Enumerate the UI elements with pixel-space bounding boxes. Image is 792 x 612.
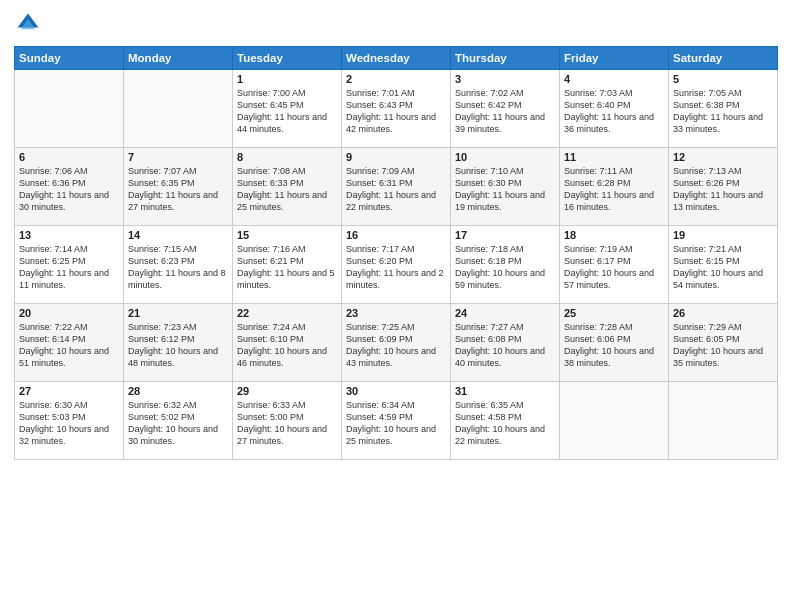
calendar-cell: 3Sunrise: 7:02 AM Sunset: 6:42 PM Daylig… (451, 70, 560, 148)
calendar-cell: 25Sunrise: 7:28 AM Sunset: 6:06 PM Dayli… (560, 304, 669, 382)
logo-icon (14, 10, 42, 38)
calendar-cell: 6Sunrise: 7:06 AM Sunset: 6:36 PM Daylig… (15, 148, 124, 226)
day-number: 19 (673, 229, 773, 241)
day-info: Sunrise: 7:02 AM Sunset: 6:42 PM Dayligh… (455, 87, 555, 136)
day-number: 13 (19, 229, 119, 241)
day-info: Sunrise: 7:14 AM Sunset: 6:25 PM Dayligh… (19, 243, 119, 292)
day-info: Sunrise: 7:05 AM Sunset: 6:38 PM Dayligh… (673, 87, 773, 136)
calendar-week-1: 1Sunrise: 7:00 AM Sunset: 6:45 PM Daylig… (15, 70, 778, 148)
day-number: 8 (237, 151, 337, 163)
day-number: 22 (237, 307, 337, 319)
calendar-cell: 23Sunrise: 7:25 AM Sunset: 6:09 PM Dayli… (342, 304, 451, 382)
weekday-header-wednesday: Wednesday (342, 47, 451, 70)
calendar-cell: 12Sunrise: 7:13 AM Sunset: 6:26 PM Dayli… (669, 148, 778, 226)
header (14, 10, 778, 38)
day-info: Sunrise: 7:15 AM Sunset: 6:23 PM Dayligh… (128, 243, 228, 292)
calendar-cell: 27Sunrise: 6:30 AM Sunset: 5:03 PM Dayli… (15, 382, 124, 460)
day-number: 2 (346, 73, 446, 85)
day-info: Sunrise: 7:10 AM Sunset: 6:30 PM Dayligh… (455, 165, 555, 214)
weekday-header-thursday: Thursday (451, 47, 560, 70)
day-number: 5 (673, 73, 773, 85)
day-info: Sunrise: 7:13 AM Sunset: 6:26 PM Dayligh… (673, 165, 773, 214)
day-number: 6 (19, 151, 119, 163)
day-info: Sunrise: 7:28 AM Sunset: 6:06 PM Dayligh… (564, 321, 664, 370)
calendar-cell: 10Sunrise: 7:10 AM Sunset: 6:30 PM Dayli… (451, 148, 560, 226)
calendar-cell (560, 382, 669, 460)
calendar-cell: 17Sunrise: 7:18 AM Sunset: 6:18 PM Dayli… (451, 226, 560, 304)
calendar-cell: 22Sunrise: 7:24 AM Sunset: 6:10 PM Dayli… (233, 304, 342, 382)
day-info: Sunrise: 7:19 AM Sunset: 6:17 PM Dayligh… (564, 243, 664, 292)
day-info: Sunrise: 7:03 AM Sunset: 6:40 PM Dayligh… (564, 87, 664, 136)
day-info: Sunrise: 7:24 AM Sunset: 6:10 PM Dayligh… (237, 321, 337, 370)
weekday-header-sunday: Sunday (15, 47, 124, 70)
calendar-table: SundayMondayTuesdayWednesdayThursdayFrid… (14, 46, 778, 460)
calendar-week-5: 27Sunrise: 6:30 AM Sunset: 5:03 PM Dayli… (15, 382, 778, 460)
day-number: 16 (346, 229, 446, 241)
calendar-cell: 2Sunrise: 7:01 AM Sunset: 6:43 PM Daylig… (342, 70, 451, 148)
day-number: 25 (564, 307, 664, 319)
day-number: 17 (455, 229, 555, 241)
calendar-cell: 15Sunrise: 7:16 AM Sunset: 6:21 PM Dayli… (233, 226, 342, 304)
calendar-week-3: 13Sunrise: 7:14 AM Sunset: 6:25 PM Dayli… (15, 226, 778, 304)
day-info: Sunrise: 7:27 AM Sunset: 6:08 PM Dayligh… (455, 321, 555, 370)
day-number: 14 (128, 229, 228, 241)
day-info: Sunrise: 7:22 AM Sunset: 6:14 PM Dayligh… (19, 321, 119, 370)
day-info: Sunrise: 6:32 AM Sunset: 5:02 PM Dayligh… (128, 399, 228, 448)
day-number: 23 (346, 307, 446, 319)
day-number: 11 (564, 151, 664, 163)
day-info: Sunrise: 7:25 AM Sunset: 6:09 PM Dayligh… (346, 321, 446, 370)
calendar-cell: 14Sunrise: 7:15 AM Sunset: 6:23 PM Dayli… (124, 226, 233, 304)
calendar-cell: 20Sunrise: 7:22 AM Sunset: 6:14 PM Dayli… (15, 304, 124, 382)
calendar-cell: 5Sunrise: 7:05 AM Sunset: 6:38 PM Daylig… (669, 70, 778, 148)
day-info: Sunrise: 6:34 AM Sunset: 4:59 PM Dayligh… (346, 399, 446, 448)
weekday-header-friday: Friday (560, 47, 669, 70)
calendar-cell: 16Sunrise: 7:17 AM Sunset: 6:20 PM Dayli… (342, 226, 451, 304)
day-info: Sunrise: 6:35 AM Sunset: 4:58 PM Dayligh… (455, 399, 555, 448)
day-number: 28 (128, 385, 228, 397)
calendar-cell (15, 70, 124, 148)
calendar-cell: 8Sunrise: 7:08 AM Sunset: 6:33 PM Daylig… (233, 148, 342, 226)
day-info: Sunrise: 7:16 AM Sunset: 6:21 PM Dayligh… (237, 243, 337, 292)
day-number: 24 (455, 307, 555, 319)
day-number: 9 (346, 151, 446, 163)
day-info: Sunrise: 7:29 AM Sunset: 6:05 PM Dayligh… (673, 321, 773, 370)
day-info: Sunrise: 7:07 AM Sunset: 6:35 PM Dayligh… (128, 165, 228, 214)
day-number: 10 (455, 151, 555, 163)
calendar-cell: 26Sunrise: 7:29 AM Sunset: 6:05 PM Dayli… (669, 304, 778, 382)
day-info: Sunrise: 7:08 AM Sunset: 6:33 PM Dayligh… (237, 165, 337, 214)
logo (14, 10, 46, 38)
day-info: Sunrise: 7:18 AM Sunset: 6:18 PM Dayligh… (455, 243, 555, 292)
weekday-header-saturday: Saturday (669, 47, 778, 70)
calendar-cell: 29Sunrise: 6:33 AM Sunset: 5:00 PM Dayli… (233, 382, 342, 460)
day-number: 3 (455, 73, 555, 85)
calendar-cell (669, 382, 778, 460)
calendar-cell: 24Sunrise: 7:27 AM Sunset: 6:08 PM Dayli… (451, 304, 560, 382)
page: SundayMondayTuesdayWednesdayThursdayFrid… (0, 0, 792, 468)
day-info: Sunrise: 7:11 AM Sunset: 6:28 PM Dayligh… (564, 165, 664, 214)
day-info: Sunrise: 7:09 AM Sunset: 6:31 PM Dayligh… (346, 165, 446, 214)
day-info: Sunrise: 7:00 AM Sunset: 6:45 PM Dayligh… (237, 87, 337, 136)
day-number: 26 (673, 307, 773, 319)
day-info: Sunrise: 7:06 AM Sunset: 6:36 PM Dayligh… (19, 165, 119, 214)
day-info: Sunrise: 7:23 AM Sunset: 6:12 PM Dayligh… (128, 321, 228, 370)
day-number: 12 (673, 151, 773, 163)
calendar-cell: 9Sunrise: 7:09 AM Sunset: 6:31 PM Daylig… (342, 148, 451, 226)
calendar-cell: 30Sunrise: 6:34 AM Sunset: 4:59 PM Dayli… (342, 382, 451, 460)
calendar-cell: 18Sunrise: 7:19 AM Sunset: 6:17 PM Dayli… (560, 226, 669, 304)
day-number: 31 (455, 385, 555, 397)
calendar-week-2: 6Sunrise: 7:06 AM Sunset: 6:36 PM Daylig… (15, 148, 778, 226)
calendar-cell: 11Sunrise: 7:11 AM Sunset: 6:28 PM Dayli… (560, 148, 669, 226)
calendar-cell (124, 70, 233, 148)
day-info: Sunrise: 7:21 AM Sunset: 6:15 PM Dayligh… (673, 243, 773, 292)
calendar-cell: 1Sunrise: 7:00 AM Sunset: 6:45 PM Daylig… (233, 70, 342, 148)
day-number: 4 (564, 73, 664, 85)
day-info: Sunrise: 7:01 AM Sunset: 6:43 PM Dayligh… (346, 87, 446, 136)
calendar-cell: 4Sunrise: 7:03 AM Sunset: 6:40 PM Daylig… (560, 70, 669, 148)
day-number: 21 (128, 307, 228, 319)
day-number: 1 (237, 73, 337, 85)
weekday-header-row: SundayMondayTuesdayWednesdayThursdayFrid… (15, 47, 778, 70)
day-number: 15 (237, 229, 337, 241)
calendar-cell: 21Sunrise: 7:23 AM Sunset: 6:12 PM Dayli… (124, 304, 233, 382)
day-number: 30 (346, 385, 446, 397)
calendar-cell: 7Sunrise: 7:07 AM Sunset: 6:35 PM Daylig… (124, 148, 233, 226)
